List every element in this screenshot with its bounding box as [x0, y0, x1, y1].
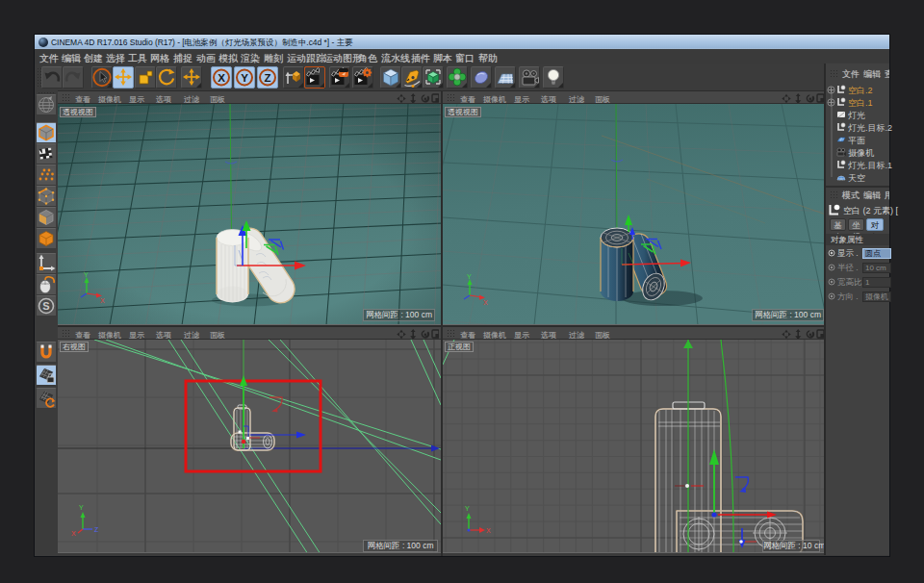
svg-text:Y: Y — [465, 505, 470, 512]
svg-text:X: X — [483, 299, 488, 306]
svg-text:X: X — [218, 72, 225, 84]
svg-text:Z: Z — [264, 72, 270, 84]
svg-text:Y: Y — [84, 271, 89, 278]
svg-text:X: X — [100, 297, 105, 304]
svg-text:Y: Y — [241, 72, 248, 84]
svg-text:Z: Z — [94, 526, 99, 533]
svg-text:Y: Y — [467, 273, 472, 280]
svg-text:X: X — [486, 527, 491, 534]
svg-text:X: X — [71, 530, 76, 537]
svg-text:Y: Y — [79, 504, 84, 511]
svg-text:S: S — [42, 300, 49, 312]
